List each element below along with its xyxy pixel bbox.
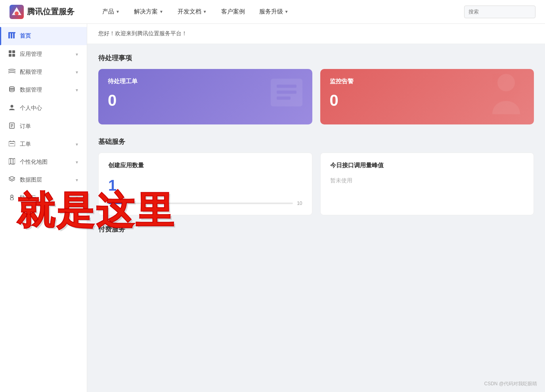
paid-service-section: 付费服务 bbox=[98, 225, 534, 234]
paid-service-title: 付费服务 bbox=[98, 225, 534, 234]
sidebar-item-personal[interactable]: 个人中心 bbox=[0, 99, 87, 117]
trajectory-icon bbox=[8, 194, 16, 202]
work-order-card[interactable]: 待处理工单 0 bbox=[98, 69, 312, 124]
svg-rect-5 bbox=[8, 32, 15, 33]
nav-item-cases[interactable]: 客户案例 bbox=[216, 6, 251, 18]
svg-point-12 bbox=[10, 90, 14, 92]
chevron-down-icon: ▼ bbox=[75, 178, 79, 182]
person-icon bbox=[8, 104, 16, 112]
svg-rect-8 bbox=[9, 54, 11, 57]
chevron-down-icon: ▼ bbox=[75, 52, 79, 57]
quota-icon bbox=[8, 69, 16, 76]
pending-section-title: 待处理事项 bbox=[98, 54, 534, 63]
chevron-down-icon: ▼ bbox=[203, 10, 207, 14]
nav-item-product[interactable]: 产品 ▼ bbox=[97, 6, 125, 18]
progress-row: 10 bbox=[108, 201, 302, 206]
progress-bar-bg bbox=[108, 203, 293, 204]
sidebar-label: 工单 bbox=[20, 141, 71, 148]
sidebar-label: 个人中心 bbox=[20, 105, 79, 112]
database-icon bbox=[8, 86, 16, 94]
app-count-card: 创建应用数量 1 10 bbox=[98, 153, 312, 215]
watermark: CSDN @代码对我眨眼睛 bbox=[484, 381, 537, 387]
sidebar-label: 个性化地图 bbox=[20, 159, 71, 166]
svg-rect-2 bbox=[8, 33, 10, 38]
welcome-text: 您好！欢迎来到腾讯位置服务平台！ bbox=[98, 30, 187, 36]
sidebar-item-custom-map[interactable]: 个性化地图 ▼ bbox=[0, 153, 87, 171]
sidebar-label: 应用管理 bbox=[20, 51, 71, 58]
svg-rect-7 bbox=[12, 50, 15, 53]
api-peak-card: 今日接口调用量峰值 暂未使用 bbox=[320, 153, 534, 215]
top-navigation: 腾讯位置服务 产品 ▼ 解决方案 ▼ 开发文档 ▼ 客户案例 服务升级 ▼ bbox=[0, 0, 545, 24]
content-area: 待处理事项 待处理工单 0 监控告警 bbox=[87, 44, 545, 250]
progress-max: 10 bbox=[297, 201, 302, 206]
sidebar-label: 数据管理 bbox=[20, 86, 71, 94]
svg-point-24 bbox=[11, 195, 13, 197]
api-placeholder: 暂未使用 bbox=[330, 177, 524, 184]
logo-icon bbox=[10, 5, 24, 19]
monitor-bg-icon bbox=[486, 71, 526, 123]
progress-bar-fill bbox=[108, 203, 127, 204]
pending-cards: 待处理工单 0 监控告警 0 bbox=[98, 69, 534, 124]
welcome-bar: 您好！欢迎来到腾讯位置服务平台！ bbox=[87, 24, 545, 44]
sidebar-item-home[interactable]: 首页 bbox=[0, 27, 87, 45]
svg-point-29 bbox=[497, 74, 515, 92]
svg-marker-23 bbox=[9, 176, 15, 180]
nav-item-docs[interactable]: 开发文档 ▼ bbox=[172, 6, 212, 18]
main-content: 您好！欢迎来到腾讯位置服务平台！ 待处理事项 待处理工单 0 bbox=[87, 24, 545, 392]
chevron-down-icon: ▼ bbox=[75, 160, 79, 164]
sidebar-item-trajectory[interactable]: 轨迹云 ▼ bbox=[0, 189, 87, 207]
sidebar-item-work-order[interactable]: 工单 ▼ bbox=[0, 136, 87, 153]
home-icon bbox=[8, 32, 16, 40]
svg-rect-4 bbox=[13, 33, 15, 38]
sidebar-item-quota[interactable]: 配额管理 ▼ bbox=[0, 63, 87, 81]
svg-rect-27 bbox=[277, 91, 296, 94]
svg-rect-26 bbox=[277, 85, 296, 88]
svg-rect-6 bbox=[9, 50, 11, 53]
nav-item-upgrade[interactable]: 服务升级 ▼ bbox=[254, 6, 294, 18]
chevron-down-icon: ▼ bbox=[285, 10, 289, 14]
app-count-value: 1 bbox=[108, 177, 302, 194]
svg-rect-3 bbox=[11, 33, 12, 38]
sidebar-item-order[interactable]: 订单 bbox=[0, 117, 87, 136]
main-layout: 首页 应用管理 ▼ 配额管理 bbox=[0, 24, 545, 392]
sidebar-item-data-layer[interactable]: 数据图层 ▼ bbox=[0, 171, 87, 189]
sidebar: 首页 应用管理 ▼ 配额管理 bbox=[0, 24, 87, 392]
sidebar-item-app-management[interactable]: 应用管理 ▼ bbox=[0, 45, 87, 63]
sidebar-label: 订单 bbox=[20, 123, 79, 130]
chevron-down-icon: ▼ bbox=[75, 142, 79, 147]
chevron-down-icon: ▼ bbox=[75, 88, 79, 92]
svg-marker-20 bbox=[9, 158, 15, 164]
card-bg-icon bbox=[269, 75, 304, 119]
app-count-title: 创建应用数量 bbox=[108, 162, 302, 169]
api-peak-title: 今日接口调用量峰值 bbox=[330, 162, 524, 169]
sidebar-label: 数据图层 bbox=[20, 176, 71, 184]
chevron-down-icon: ▼ bbox=[75, 196, 79, 200]
map-icon bbox=[8, 158, 16, 166]
svg-rect-18 bbox=[9, 142, 15, 146]
sidebar-label: 首页 bbox=[20, 33, 79, 40]
svg-point-13 bbox=[11, 105, 13, 108]
svg-point-1 bbox=[15, 11, 19, 15]
base-service-title: 基础服务 bbox=[98, 137, 534, 146]
workorder-icon bbox=[8, 141, 16, 148]
logo-area: 腾讯位置服务 bbox=[10, 5, 97, 19]
logo-text: 腾讯位置服务 bbox=[27, 6, 75, 17]
sidebar-label: 配额管理 bbox=[20, 69, 71, 76]
search-input[interactable] bbox=[464, 6, 535, 18]
service-cards: 创建应用数量 1 10 今日接口调用量峰值 暂未使用 bbox=[98, 153, 534, 215]
svg-rect-9 bbox=[12, 54, 15, 57]
nav-item-solution[interactable]: 解决方案 ▼ bbox=[128, 6, 169, 18]
sidebar-label: 轨迹云 bbox=[20, 194, 71, 201]
layers-icon bbox=[8, 176, 16, 184]
chevron-down-icon: ▼ bbox=[116, 10, 120, 14]
monitor-card[interactable]: 监控告警 0 bbox=[320, 69, 534, 124]
nav-items: 产品 ▼ 解决方案 ▼ 开发文档 ▼ 客户案例 服务升级 ▼ bbox=[97, 6, 464, 18]
grid-icon bbox=[8, 50, 16, 58]
order-icon bbox=[8, 122, 16, 130]
chevron-down-icon: ▼ bbox=[75, 70, 79, 75]
sidebar-item-data-management[interactable]: 数据管理 ▼ bbox=[0, 81, 87, 99]
chevron-down-icon: ▼ bbox=[159, 10, 163, 14]
svg-rect-28 bbox=[277, 97, 291, 100]
